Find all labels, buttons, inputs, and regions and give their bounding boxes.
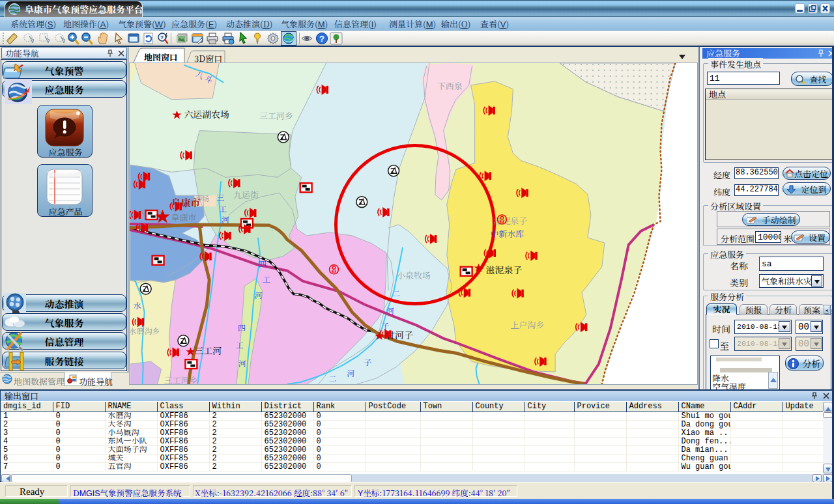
svg-text:三工河: 三工河 <box>194 344 222 357</box>
svg-text:?: ? <box>319 32 324 44</box>
svg-text:九运街: 九运街 <box>233 188 259 201</box>
svg-text:工: 工 <box>219 203 227 214</box>
svg-text:上户沟乡: 上户沟乡 <box>510 318 544 331</box>
svg-text:二: 二 <box>329 372 337 384</box>
svg-text:河: 河 <box>255 289 263 300</box>
svg-text:二: 二 <box>392 287 400 298</box>
svg-text:滋泥泉子: 滋泥泉子 <box>486 263 523 276</box>
svg-text:河: 河 <box>386 305 394 316</box>
svg-text:子: 子 <box>381 320 389 331</box>
svg-text:三工河乡: 三工河乡 <box>164 374 198 385</box>
svg-text:河: 河 <box>347 367 354 378</box>
svg-text:三工河乡: 三工河乡 <box>259 109 293 122</box>
svg-text:小泉牧场: 小泉牧场 <box>397 269 431 281</box>
svg-text:六运湖农场: 六运湖农场 <box>184 107 229 120</box>
svg-text:河: 河 <box>222 214 229 225</box>
svg-text:四: 四 <box>238 322 246 333</box>
svg-text:?: ? <box>160 33 164 40</box>
svg-text:下西泉: 下西泉 <box>437 79 463 92</box>
svg-text:三: 三 <box>216 191 224 203</box>
svg-text:河: 河 <box>238 357 246 369</box>
svg-text:水: 水 <box>134 300 141 311</box>
svg-text:水磨沟乡: 水磨沟乡 <box>129 325 160 336</box>
svg-text:中新水库: 中新水库 <box>491 227 525 240</box>
svg-text:子: 子 <box>364 356 371 367</box>
svg-text:四: 四 <box>259 258 266 269</box>
svg-text:阜康市: 阜康市 <box>171 211 197 223</box>
svg-text:工: 工 <box>263 273 270 285</box>
svg-text:工: 工 <box>236 339 244 350</box>
